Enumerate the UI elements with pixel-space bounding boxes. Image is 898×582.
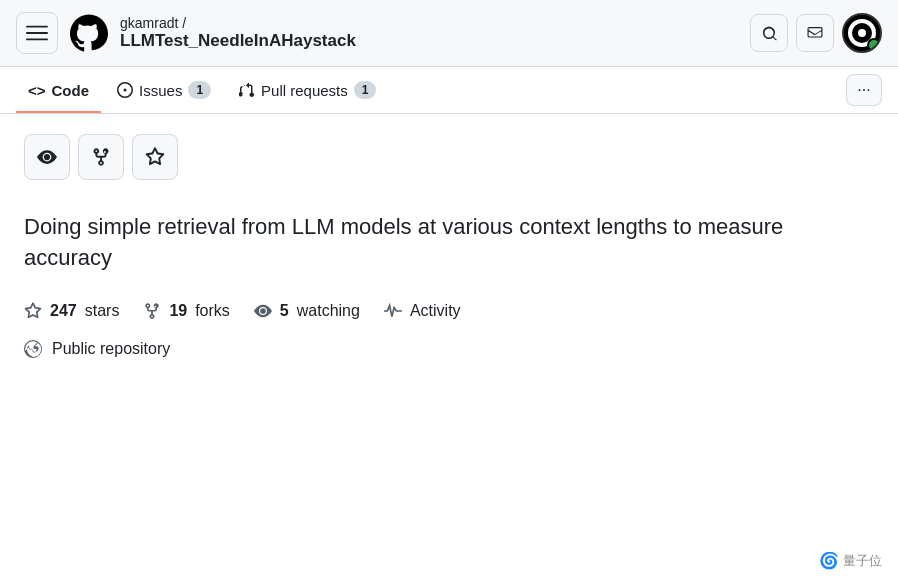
repo-owner[interactable]: gkamradt /	[120, 15, 356, 31]
inbox-button[interactable]	[796, 14, 834, 52]
header-left: gkamradt / LLMTest_NeedleInAHaystack	[16, 12, 738, 54]
issues-badge: 1	[188, 81, 211, 99]
forks-stat[interactable]: 19 forks	[143, 302, 229, 320]
pr-tab-label: Pull requests	[261, 82, 348, 99]
svg-rect-2	[26, 39, 48, 41]
issues-tab-label: Issues	[139, 82, 182, 99]
watch-button[interactable]	[24, 134, 70, 180]
stars-count: 247	[50, 302, 77, 320]
avatar-button[interactable]	[842, 13, 882, 53]
hamburger-icon	[26, 22, 48, 44]
forks-icon	[143, 302, 161, 320]
tab-code[interactable]: <> Code	[16, 68, 101, 113]
stats-row: 247 stars 19 forks 5 watching Activity	[0, 294, 898, 336]
issues-tab-icon	[117, 82, 133, 98]
star-icon	[145, 147, 165, 167]
code-tab-label: Code	[52, 82, 90, 99]
repo-title: gkamradt / LLMTest_NeedleInAHaystack	[120, 15, 356, 51]
stars-stat[interactable]: 247 stars	[24, 302, 119, 320]
watching-stat[interactable]: 5 watching	[254, 302, 360, 320]
tab-issues[interactable]: Issues 1	[105, 67, 223, 113]
star-outline-icon	[24, 302, 42, 320]
github-logo	[70, 14, 108, 52]
eye-icon	[37, 147, 57, 167]
action-row	[0, 114, 898, 196]
repo-meta: Public repository	[0, 336, 898, 378]
tab-pull-requests[interactable]: Pull requests 1	[227, 67, 388, 113]
fork-button[interactable]	[78, 134, 124, 180]
repo-description: Doing simple retrieval from LLM models a…	[0, 196, 898, 294]
header-actions	[750, 13, 882, 53]
watching-icon	[254, 302, 272, 320]
globe-icon	[24, 340, 42, 358]
forks-label: forks	[195, 302, 230, 320]
watching-count: 5	[280, 302, 289, 320]
repo-name[interactable]: LLMTest_NeedleInAHaystack	[120, 31, 356, 51]
svg-rect-0	[26, 26, 48, 28]
svg-rect-1	[26, 32, 48, 34]
more-tabs-button[interactable]: ···	[846, 74, 882, 106]
description-text: Doing simple retrieval from LLM models a…	[24, 212, 874, 274]
inbox-icon	[806, 24, 824, 42]
search-button[interactable]	[750, 14, 788, 52]
header: gkamradt / LLMTest_NeedleInAHaystack	[0, 0, 898, 67]
watching-label: watching	[297, 302, 360, 320]
pr-badge: 1	[354, 81, 377, 99]
nav-tabs: <> Code Issues 1 Pull requests 1 ···	[0, 67, 898, 114]
forks-count: 19	[169, 302, 187, 320]
visibility-text: Public repository	[52, 340, 170, 358]
code-tab-icon: <>	[28, 82, 46, 99]
pr-tab-icon	[239, 82, 255, 98]
activity-stat[interactable]: Activity	[384, 302, 461, 320]
more-tabs-icon: ···	[857, 81, 870, 99]
activity-icon	[384, 302, 402, 320]
star-button[interactable]	[132, 134, 178, 180]
activity-label: Activity	[410, 302, 461, 320]
search-icon	[760, 24, 778, 42]
stars-label: stars	[85, 302, 120, 320]
fork-icon	[91, 147, 111, 167]
menu-button[interactable]	[16, 12, 58, 54]
